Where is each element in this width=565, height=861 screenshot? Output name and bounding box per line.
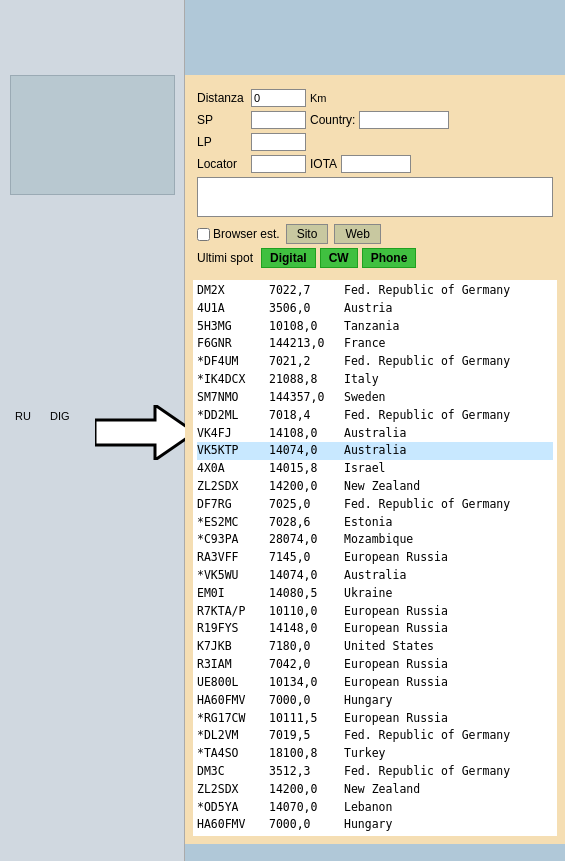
spot-freq: 14200,0 <box>269 478 344 496</box>
spot-row[interactable]: *DF4UM7021,2Fed. Republic of Germany <box>197 353 553 371</box>
spot-callsign: VK5KTP <box>197 442 269 460</box>
spot-info: Australia <box>344 425 406 443</box>
spot-row[interactable]: RA3VFF7145,0European Russia <box>197 549 553 567</box>
web-button[interactable]: Web <box>334 224 380 244</box>
spot-info: European Russia <box>344 620 448 638</box>
spot-info: European Russia <box>344 710 448 728</box>
spot-freq: 144213,0 <box>269 335 344 353</box>
spot-callsign: *DF4UM <box>197 353 269 371</box>
spot-row[interactable]: *DL2VM7019,5Fed. Republic of Germany <box>197 727 553 745</box>
spot-row[interactable]: K7JKB7180,0United States <box>197 638 553 656</box>
spot-row[interactable]: DM2X7022,7Fed. Republic of Germany <box>197 282 553 300</box>
spot-info: Fed. Republic of Germany <box>344 763 510 781</box>
spot-freq: 10134,0 <box>269 674 344 692</box>
spot-row[interactable]: 4U1A3506,0Austria <box>197 300 553 318</box>
left-label-dig: DIG <box>50 410 70 422</box>
spot-callsign: ZL2SDX <box>197 478 269 496</box>
spot-info: Mozambique <box>344 531 413 549</box>
spot-row[interactable]: *VK5WU14074,0Australia <box>197 567 553 585</box>
spot-callsign: *DD2ML <box>197 407 269 425</box>
country-input[interactable] <box>359 111 449 129</box>
spot-info: Estonia <box>344 514 392 532</box>
locator-input[interactable] <box>251 155 306 173</box>
spot-freq: 7042,0 <box>269 656 344 674</box>
spot-info: Australia <box>344 442 406 460</box>
lp-row: LP <box>197 133 553 151</box>
spot-row[interactable]: 4X0A14015,8Israel <box>197 460 553 478</box>
spot-info: Fed. Republic of Germany <box>344 407 510 425</box>
spot-row[interactable]: R19FYS14148,0European Russia <box>197 620 553 638</box>
spot-callsign: 4U1A <box>197 300 269 318</box>
spot-freq: 7145,0 <box>269 549 344 567</box>
lp-input[interactable] <box>251 133 306 151</box>
spot-row[interactable]: VK5KTP14074,0Australia <box>197 442 553 460</box>
spot-row[interactable]: R3IAM7042,0European Russia <box>197 656 553 674</box>
spot-freq: 14015,8 <box>269 460 344 478</box>
spot-row[interactable]: R7KTA/P10110,0European Russia <box>197 603 553 621</box>
spot-info: France <box>344 335 386 353</box>
browser-checkbox-label[interactable]: Browser est. <box>197 227 280 241</box>
spot-row[interactable]: EM0I14080,5Ukraine <box>197 585 553 603</box>
distanza-input[interactable] <box>251 89 306 107</box>
digital-button[interactable]: Digital <box>261 248 316 268</box>
cw-button[interactable]: CW <box>320 248 358 268</box>
spot-row[interactable]: *ES2MC7028,6Estonia <box>197 514 553 532</box>
spot-row[interactable]: *OD5YA14070,0Lebanon <box>197 799 553 817</box>
spot-callsign: EM0I <box>197 585 269 603</box>
sp-input[interactable] <box>251 111 306 129</box>
spot-info: Ukraine <box>344 585 392 603</box>
spot-freq: 10108,0 <box>269 318 344 336</box>
spot-row[interactable]: HA60FMV7000,0Hungary <box>197 692 553 710</box>
notes-textarea[interactable] <box>197 177 553 217</box>
lp-label: LP <box>197 135 247 149</box>
spot-freq: 7019,5 <box>269 727 344 745</box>
spot-info: Israel <box>344 460 386 478</box>
spot-row[interactable]: DM3C3512,3Fed. Republic of Germany <box>197 763 553 781</box>
spot-callsign: SM7NMO <box>197 389 269 407</box>
spot-row[interactable]: DF7RG7025,0Fed. Republic of Germany <box>197 496 553 514</box>
browser-checkbox[interactable] <box>197 228 210 241</box>
spot-row[interactable]: 5H3MG10108,0Tanzania <box>197 318 553 336</box>
spot-callsign: DM3C <box>197 763 269 781</box>
spot-info: Turkey <box>344 745 386 763</box>
spot-info: Fed. Republic of Germany <box>344 282 510 300</box>
map-area <box>10 75 175 195</box>
spot-info: Sweden <box>344 389 386 407</box>
spot-callsign: K7JKB <box>197 638 269 656</box>
spot-freq: 7025,0 <box>269 496 344 514</box>
spot-callsign: *TA4SO <box>197 745 269 763</box>
spot-freq: 144357,0 <box>269 389 344 407</box>
spot-callsign: *OD5YA <box>197 799 269 817</box>
spot-callsign: RA3VFF <box>197 549 269 567</box>
phone-button[interactable]: Phone <box>362 248 417 268</box>
spot-row[interactable]: *C93PA28074,0Mozambique <box>197 531 553 549</box>
spot-info: Hungary <box>344 692 392 710</box>
spot-callsign: HA60FMV <box>197 816 269 834</box>
spot-info: Austria <box>344 300 392 318</box>
spot-freq: 10110,0 <box>269 603 344 621</box>
spot-row[interactable]: ZL2SDX14200,0New Zealand <box>197 781 553 799</box>
spot-freq: 14108,0 <box>269 425 344 443</box>
spot-row[interactable]: SM7NMO144357,0Sweden <box>197 389 553 407</box>
spot-row[interactable]: *RG17CW10111,5European Russia <box>197 710 553 728</box>
km-label: Km <box>310 92 327 104</box>
spot-info: Australia <box>344 567 406 585</box>
spot-row[interactable]: HA60FMV7000,0Hungary <box>197 816 553 834</box>
spot-info: European Russia <box>344 656 448 674</box>
spot-row[interactable]: *DD2ML7018,4Fed. Republic of Germany <box>197 407 553 425</box>
spot-row[interactable]: *TA4SO18100,8Turkey <box>197 745 553 763</box>
spot-row[interactable]: ZL2SDX14200,0New Zealand <box>197 478 553 496</box>
spot-row[interactable]: *IK4DCX21088,8Italy <box>197 371 553 389</box>
spot-info: Hungary <box>344 816 392 834</box>
svg-marker-1 <box>95 405 195 460</box>
iota-input[interactable] <box>341 155 411 173</box>
arrow-right-icon <box>95 405 195 460</box>
ultimi-label: Ultimi spot <box>197 251 253 265</box>
spot-freq: 14070,0 <box>269 799 344 817</box>
spot-info: Tanzania <box>344 318 399 336</box>
spot-callsign: R19FYS <box>197 620 269 638</box>
spot-row[interactable]: F6GNR144213,0France <box>197 335 553 353</box>
sito-button[interactable]: Sito <box>286 224 329 244</box>
spot-row[interactable]: VK4FJ14108,0Australia <box>197 425 553 443</box>
spot-row[interactable]: UE800L10134,0European Russia <box>197 674 553 692</box>
